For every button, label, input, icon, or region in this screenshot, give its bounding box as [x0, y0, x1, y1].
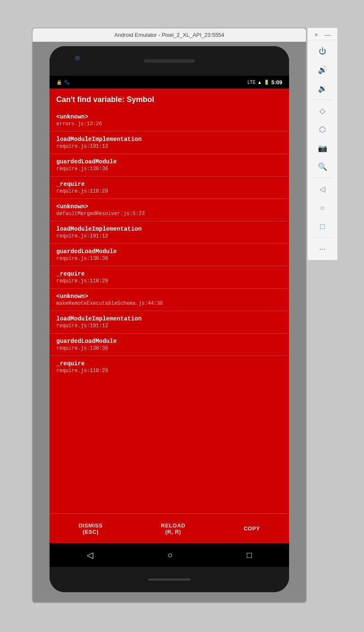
stack-fn-7: _require: [56, 270, 282, 277]
stack-fn-1: loadModuleImplementation: [56, 136, 282, 143]
status-left-icons: 🔒 🐾: [56, 80, 70, 85]
stack-fn-0: <unknown>: [56, 113, 282, 120]
stack-fn-11: _require: [56, 360, 282, 367]
phone-camera: [75, 55, 80, 61]
toolbar-divider-2: [311, 178, 334, 178]
emulator-window: Android Emulator - Pixel_2_XL_API_23:555…: [32, 28, 307, 603]
notification-icon: 🐾: [64, 80, 70, 85]
volume-up-button[interactable]: 🔊: [314, 61, 331, 78]
stack-loc-4: defaultMergedResolver.js:5:23: [56, 211, 282, 217]
stack-frame-10: guardedLoadModulerequire.js:138:36: [50, 333, 289, 356]
toolbar-divider-1: [311, 99, 334, 100]
stack-frame-0: <unknown>errors.js:13:26: [50, 109, 289, 131]
phone-speaker: [144, 59, 195, 63]
reload-button[interactable]: RELOAD (R, R): [161, 522, 185, 535]
lock-icon: 🔒: [56, 80, 62, 85]
stack-frame-1: loadModuleImplementationrequire.js:191:1…: [50, 131, 289, 154]
stack-frame-7: _requirerequire.js:118:20: [50, 266, 289, 288]
stack-frame-6: guardedLoadModulerequire.js:138:36: [50, 243, 289, 266]
lte-icon: LTE: [248, 80, 256, 85]
phone-screen: 🔒 🐾 LTE ▲ 🔋 5:09 Can't find variable: Sy…: [50, 76, 289, 543]
stack-fn-5: loadModuleImplementation: [56, 226, 282, 232]
rotate-left-button[interactable]: ◇: [314, 102, 331, 119]
phone-nav: ◁ ○ □: [50, 543, 289, 567]
home-button[interactable]: ○: [314, 199, 331, 216]
window-title: Android Emulator - Pixel_2_XL_API_23:555…: [114, 32, 224, 38]
stack-loc-11: require.js:118:20: [56, 368, 282, 374]
stack-frame-8: <unknown>makeRemoteExecutableSchema.js:4…: [50, 288, 289, 311]
more-button[interactable]: ···: [314, 240, 331, 257]
stack-loc-0: errors.js:13:26: [56, 121, 282, 127]
dismiss-button[interactable]: DISMISS (ESC): [79, 522, 103, 535]
status-time: 5:09: [271, 79, 282, 86]
status-right: LTE ▲ 🔋 5:09: [248, 79, 282, 86]
battery-icon: 🔋: [264, 80, 270, 85]
stack-loc-5: require.js:191:12: [56, 233, 282, 239]
back-button[interactable]: ◁: [314, 181, 331, 198]
toolbar-divider-3: [311, 237, 334, 238]
screenshot-button[interactable]: 📷: [314, 140, 331, 157]
stack-loc-2: require.js:138:36: [56, 166, 282, 172]
stack-fn-4: <unknown>: [56, 203, 282, 210]
phone-top-bezel: [50, 46, 289, 76]
stack-frame-4: <unknown>defaultMergedResolver.js:5:23: [50, 199, 289, 221]
zoom-button[interactable]: 🔍: [314, 158, 331, 175]
stack-loc-9: require.js:191:12: [56, 323, 282, 329]
error-title: Can't find variable: Symbol: [50, 88, 289, 109]
error-screen: Can't find variable: Symbol <unknown>err…: [50, 88, 289, 543]
stack-frame-3: _requirerequire.js:118:20: [50, 176, 289, 199]
phone-home-bar: [148, 579, 190, 580]
volume-down-button[interactable]: 🔉: [314, 80, 331, 97]
stack-loc-8: makeRemoteExecutableSchema.js:44:38: [56, 301, 282, 306]
side-toolbar: × — ⏻ 🔊 🔉 ◇ ⬡ 📷 🔍 ◁ ○ □ ···: [307, 28, 338, 260]
status-bar: 🔒 🐾 LTE ▲ 🔋 5:09: [50, 76, 289, 88]
stack-loc-10: require.js:138:36: [56, 345, 282, 351]
close-button[interactable]: ×: [314, 31, 318, 38]
nav-recents-icon[interactable]: □: [247, 550, 252, 560]
minimize-button[interactable]: —: [325, 31, 331, 38]
stack-frame-5: loadModuleImplementationrequire.js:191:1…: [50, 221, 289, 243]
nav-back-icon[interactable]: ◁: [87, 550, 93, 560]
stack-fn-8: <unknown>: [56, 293, 282, 300]
stack-loc-3: require.js:118:20: [56, 188, 282, 194]
stack-loc-7: require.js:118:20: [56, 278, 282, 284]
phone-body: 🔒 🐾 LTE ▲ 🔋 5:09 Can't find variable: Sy…: [50, 46, 289, 592]
power-button[interactable]: ⏻: [314, 43, 331, 60]
phone-bottom-bezel: [50, 567, 289, 592]
title-bar: Android Emulator - Pixel_2_XL_API_23:555…: [33, 28, 306, 42]
stack-frame-9: loadModuleImplementationrequire.js:191:1…: [50, 311, 289, 333]
stack-fn-6: guardedLoadModule: [56, 248, 282, 255]
signal-icon: ▲: [257, 80, 262, 85]
copy-button[interactable]: COPY: [243, 525, 260, 532]
stack-fn-2: guardedLoadModule: [56, 158, 282, 165]
stack-fn-9: loadModuleImplementation: [56, 315, 282, 322]
stack-trace-list: <unknown>errors.js:13:26loadModuleImplem…: [50, 109, 289, 513]
stack-fn-10: guardedLoadModule: [56, 338, 282, 345]
stack-frame-11: _requirerequire.js:118:20: [50, 356, 289, 378]
stack-loc-1: require.js:191:12: [56, 144, 282, 149]
rotate-right-button[interactable]: ⬡: [314, 121, 331, 138]
toolbar-top-row: × —: [308, 30, 337, 40]
recents-button[interactable]: □: [314, 218, 331, 235]
nav-home-icon[interactable]: ○: [167, 550, 172, 560]
stack-frame-2: guardedLoadModulerequire.js:138:36: [50, 154, 289, 176]
action-bar: DISMISS (ESC) RELOAD (R, R) COPY: [50, 513, 289, 543]
stack-loc-6: require.js:138:36: [56, 256, 282, 262]
stack-fn-3: _require: [56, 181, 282, 188]
